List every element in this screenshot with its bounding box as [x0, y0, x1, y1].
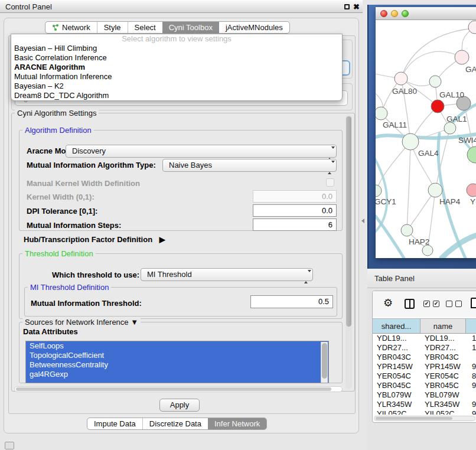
cell[interactable]: YBL079W — [420, 390, 466, 400]
zoom-window-button[interactable] — [402, 10, 409, 17]
menu-item-dream8[interactable]: Dream8 DC_TDC Algorithm — [11, 91, 342, 100]
menu-item-bayesian-hill-climbing[interactable]: Bayesian – Hill Climbing — [11, 44, 342, 53]
attributes-scrollbar-thumb[interactable] — [322, 343, 327, 379]
network-node[interactable] — [422, 245, 433, 256]
collapsed-arrow-icon[interactable]: ▶ — [159, 235, 165, 244]
cell[interactable]: YBR045C — [373, 381, 420, 390]
cell[interactable]: YIL052C — [420, 409, 466, 415]
which-threshold-combobox[interactable]: MI Threshold — [141, 268, 313, 281]
table-row[interactable]: YBR043CYBR043C — [373, 353, 476, 362]
mi-steps-field[interactable]: 6 — [253, 219, 337, 231]
mi-threshold-field[interactable]: 0.5 — [250, 295, 333, 308]
network-node[interactable] — [428, 183, 442, 197]
attributes-scrollbar[interactable] — [321, 342, 328, 383]
cell[interactable]: YDR27... — [420, 343, 466, 353]
column-header-partial[interactable] — [466, 319, 476, 333]
settings-scrollbar-thumb[interactable] — [346, 116, 351, 327]
column-header-shared-name[interactable]: shared... — [373, 319, 420, 333]
kernel-width-field[interactable]: 0.0 — [253, 190, 337, 203]
panel-splitter-handle[interactable] — [361, 219, 364, 223]
network-window-titlebar[interactable] — [376, 7, 476, 20]
cell[interactable]: 13 — [466, 334, 476, 343]
network-graph-canvas[interactable]: GAL GAL80 GAL10 GAL1 GAL11 SWI4 GAL4 GCY… — [376, 20, 476, 258]
expanded-arrow-icon[interactable]: ▼ — [131, 318, 138, 327]
tab-discretize-data[interactable]: Discretize Data — [142, 418, 208, 429]
network-node[interactable] — [431, 100, 444, 113]
tab-jactivemnodules[interactable]: jActiveMNodules — [219, 22, 289, 33]
new-column-icon[interactable] — [471, 298, 476, 308]
cell[interactable]: 9. — [466, 362, 476, 371]
cell[interactable]: YLR345W — [373, 400, 420, 409]
network-node[interactable] — [401, 224, 413, 236]
network-node[interactable] — [395, 72, 407, 85]
cell[interactable]: YIL052C — [373, 409, 420, 415]
table-scrollbar-thumb[interactable] — [376, 417, 452, 420]
cell[interactable]: YBR043C — [373, 353, 420, 362]
table-row[interactable]: YIL052CYIL052C9. — [373, 409, 476, 415]
table-settings-gear-icon[interactable]: ⚙ — [383, 297, 393, 309]
cell[interactable]: YDL19... — [373, 334, 420, 343]
table-row[interactable]: YBR045CYBR045C9. — [373, 381, 476, 390]
apply-button[interactable]: Apply — [159, 399, 200, 412]
network-node[interactable] — [376, 107, 387, 120]
hub-transcription-section[interactable]: Hub/Transcription Factor Definition ▶ — [24, 235, 165, 244]
select-all-columns-icon[interactable]: ✔ ✔ — [423, 301, 439, 307]
cell[interactable]: 9. — [466, 409, 476, 415]
cell[interactable]: 8. — [466, 371, 476, 381]
cell[interactable]: YBR045C — [420, 381, 466, 390]
tab-style[interactable]: Style — [97, 22, 128, 33]
menu-item-basic-correlation[interactable]: Basic Correlation Inference — [11, 53, 342, 63]
float-panel-icon[interactable] — [344, 4, 350, 9]
cell[interactable] — [466, 353, 476, 362]
unselect-all-columns-icon[interactable] — [446, 301, 462, 307]
show-columns-icon[interactable] — [405, 299, 415, 309]
cell[interactable] — [466, 390, 476, 400]
cell[interactable]: YDL19... — [420, 334, 466, 343]
table-row[interactable]: YER054CYER054C8. — [373, 371, 476, 381]
cell[interactable]: YER054C — [373, 371, 420, 381]
settings-vertical-scrollbar[interactable] — [345, 115, 352, 389]
cell[interactable]: 12 — [466, 343, 476, 353]
table-row[interactable]: YDL19...YDL19...13 — [373, 334, 476, 343]
network-node[interactable] — [402, 133, 419, 150]
close-window-button[interactable] — [380, 10, 387, 17]
network-node[interactable] — [467, 146, 476, 163]
tab-cyni-toolbox[interactable]: Cyni Toolbox — [162, 22, 219, 33]
mi-type-combobox[interactable]: Naive Bayes — [162, 159, 337, 172]
minimize-window-button[interactable] — [391, 10, 398, 17]
tab-infer-network[interactable]: Infer Network — [208, 418, 266, 429]
network-node[interactable] — [429, 76, 441, 87]
cell[interactable]: 9. — [466, 381, 476, 390]
tab-impute-data[interactable]: Impute Data — [87, 418, 142, 429]
cell[interactable]: YDR27... — [373, 343, 420, 353]
network-node[interactable] — [444, 122, 456, 134]
cell[interactable]: YBR043C — [420, 353, 466, 362]
tab-select[interactable]: Select — [128, 22, 162, 33]
table-horizontal-scrollbar[interactable] — [374, 416, 475, 421]
menu-item-mutual-information[interactable]: Mutual Information Inference — [11, 72, 342, 81]
menu-item-bayesian-k2[interactable]: Bayesian – K2 — [11, 81, 342, 91]
dpi-tolerance-field[interactable]: 0.0 — [253, 204, 337, 217]
list-item[interactable]: BetweennessCentrality — [26, 360, 328, 370]
cell[interactable]: YPR145W — [373, 362, 420, 371]
list-item[interactable]: TopologicalCoefficient — [26, 351, 328, 360]
cell[interactable]: YER054C — [420, 371, 466, 381]
column-header-name[interactable]: name — [420, 319, 466, 333]
list-item[interactable]: gal4RGexp — [26, 370, 328, 379]
cell[interactable]: 9. — [466, 400, 476, 409]
cell[interactable]: YPR145W — [420, 362, 466, 371]
network-node[interactable] — [467, 184, 476, 197]
table-row[interactable]: YBL079WYBL079W — [373, 390, 476, 400]
cell[interactable]: YBL079W — [373, 390, 420, 400]
cell[interactable]: YLR345W — [420, 400, 466, 409]
settings-horizontal-scrollbar[interactable] — [14, 386, 343, 392]
table-row[interactable]: YLR345WYLR345W9. — [373, 400, 476, 409]
aracne-mode-combobox[interactable]: Discovery — [66, 145, 337, 158]
close-panel-icon[interactable]: ✖ — [353, 2, 360, 11]
data-attributes-list[interactable]: SelfLoops TopologicalCoefficient Between… — [25, 341, 329, 383]
horizontal-scrollbar-thumb[interactable] — [16, 387, 331, 391]
network-node[interactable] — [376, 185, 382, 197]
list-item[interactable]: SelfLoops — [26, 341, 328, 351]
table-row[interactable]: YPR145WYPR145W9. — [373, 362, 476, 371]
manual-kernel-checkbox[interactable] — [326, 178, 334, 187]
